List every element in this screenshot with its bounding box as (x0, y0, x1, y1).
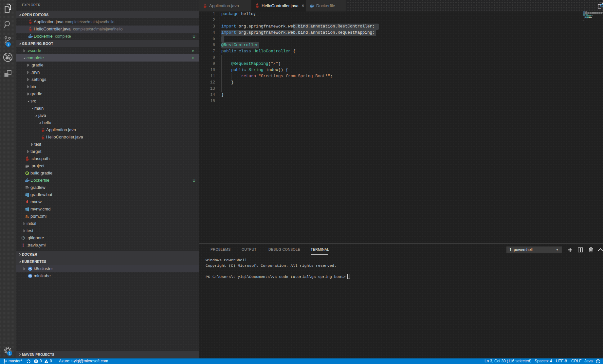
svg-text:!: ! (22, 243, 24, 248)
